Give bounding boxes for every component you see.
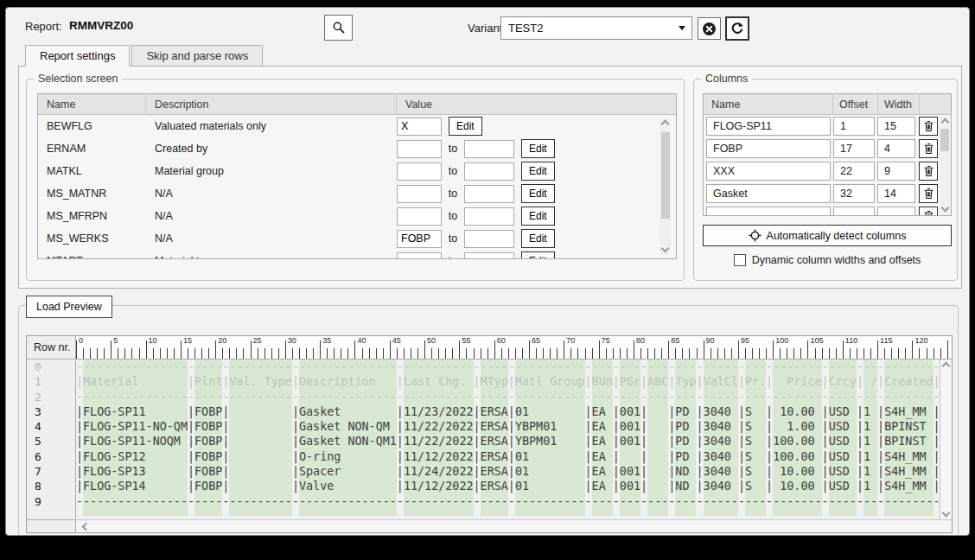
column-name-cell[interactable]: Gasket [706, 184, 831, 203]
to-label: to [442, 165, 464, 177]
value-from-input[interactable] [397, 252, 442, 260]
edit-button[interactable]: Edit [521, 229, 555, 248]
scroll-up-icon[interactable] [661, 120, 670, 129]
value-from-input[interactable] [397, 185, 442, 203]
delete-column-button[interactable] [919, 162, 938, 181]
ruler-tick [313, 348, 314, 359]
column-width-cell[interactable]: 14 [877, 184, 915, 203]
column-width-cell[interactable]: 15 [877, 117, 915, 136]
value-from-input[interactable] [397, 230, 442, 248]
delete-column-button[interactable] [919, 184, 938, 203]
param-name: BEWFLG [38, 120, 146, 132]
tab-report-settings[interactable]: Report settings [25, 45, 130, 67]
selection-vertical-scrollbar[interactable] [660, 118, 671, 255]
column-offset-cell[interactable]: 22 [833, 162, 875, 181]
value-from-input[interactable] [397, 207, 442, 226]
variant-combobox[interactable] [500, 16, 692, 40]
ruler-label: 80 [636, 336, 645, 345]
column-name-cell[interactable]: XXX [706, 162, 831, 181]
scroll-left-icon[interactable] [82, 523, 91, 531]
ruler-tick [459, 340, 460, 359]
column-name-cell[interactable] [706, 207, 831, 216]
preview-vertical-scrollbar[interactable] [940, 360, 952, 519]
refresh-variant-button[interactable] [725, 16, 749, 41]
column-offset-cell[interactable] [833, 207, 875, 216]
combobox-dropdown-arrow[interactable] [672, 17, 691, 39]
selection-row: ERNAMCreated bytoEdit [38, 137, 676, 160]
ruler-tick [891, 348, 892, 359]
preview-horizontal-scrollbar[interactable] [76, 519, 952, 532]
ruler-tick [884, 348, 885, 359]
selection-table-body: BEWFLGValuated materials onlyEditERNAMCr… [38, 115, 676, 259]
auto-detect-columns-button[interactable]: Automatically detect columns [703, 225, 952, 246]
value-to-input[interactable] [464, 140, 514, 158]
edit-button[interactable]: Edit [521, 251, 555, 259]
variant-input[interactable] [501, 22, 672, 35]
delete-column-button[interactable] [919, 117, 938, 136]
delete-column-button[interactable] [919, 139, 938, 158]
ruler-label: 105 [810, 336, 823, 345]
column-offset-cell[interactable]: 32 [833, 184, 875, 203]
scroll-down-icon[interactable] [942, 509, 951, 518]
ruler-tick [689, 348, 690, 359]
column-width-cell[interactable] [877, 207, 915, 216]
scrollbar-thumb[interactable] [940, 129, 949, 151]
ruler-tick [474, 348, 475, 359]
edit-button[interactable]: Edit [449, 117, 482, 136]
preview-line: ----------------------------------------… [76, 494, 940, 509]
ruler-tick [634, 340, 634, 359]
value-from-input[interactable] [397, 118, 442, 136]
dynamic-widths-checkbox[interactable] [734, 254, 746, 266]
edit-button[interactable]: Edit [521, 207, 555, 226]
ruler-tick [501, 348, 502, 359]
ruler-tick [397, 348, 398, 359]
scrollbar-thumb[interactable] [661, 132, 670, 219]
column-name-cell[interactable]: FLOG-SP11 [706, 117, 831, 136]
clear-variant-button[interactable] [698, 17, 721, 40]
column-width-cell[interactable]: 9 [877, 162, 915, 181]
value-to-input[interactable] [464, 230, 514, 248]
ruler-tick [124, 348, 125, 359]
ruler-tick [752, 348, 753, 359]
edit-button[interactable]: Edit [521, 139, 555, 158]
columns-vertical-scrollbar[interactable] [940, 117, 950, 214]
param-name: MTART [38, 255, 146, 259]
delete-column-button[interactable] [919, 207, 938, 216]
tab-skip-and-parse-rows[interactable]: Skip and parse rows [131, 45, 263, 67]
value-from-input[interactable] [397, 140, 442, 158]
search-report-button[interactable] [324, 15, 353, 41]
preview-line: |FLOG-SP11-NO-QM|FOBP| |Gasket NON-QM |1… [76, 419, 940, 434]
value-to-input[interactable] [464, 207, 514, 226]
scroll-up-icon[interactable] [941, 118, 950, 127]
scroll-up-icon[interactable] [942, 362, 951, 371]
ruler-tick [264, 348, 265, 359]
value-to-input[interactable] [464, 162, 514, 181]
ruler-tick [564, 340, 564, 359]
ruler-label: 20 [218, 336, 226, 345]
value-from-input[interactable] [397, 162, 442, 181]
param-name: MS_WERKS [38, 232, 146, 245]
column-name-cell[interactable]: FOBP [706, 139, 831, 158]
ruler-tick [647, 348, 648, 359]
edit-button[interactable]: Edit [521, 184, 555, 203]
ruler-label: 115 [880, 336, 892, 345]
ruler-tick [104, 348, 105, 359]
load-preview-button[interactable]: Load Preview [26, 296, 112, 318]
column-width-cell[interactable]: 4 [877, 139, 915, 158]
ruler-tick [83, 348, 84, 359]
ruler-tick [188, 348, 188, 359]
header-width: Width [878, 94, 920, 114]
scroll-down-icon[interactable] [941, 204, 950, 213]
ruler-label: 25 [253, 336, 262, 345]
value-to-input[interactable] [464, 185, 514, 203]
edit-button[interactable]: Edit [521, 162, 555, 181]
selection-screen-groupbox: Selection screen Name Description Value … [26, 79, 685, 281]
preview-content: ----------------------------------------… [76, 360, 940, 519]
column-offset-cell[interactable]: 17 [833, 139, 875, 158]
selection-row: MS_WERKSN/AtoEdit [38, 227, 676, 250]
ruler-tick [327, 348, 328, 359]
value-to-input[interactable] [464, 252, 514, 260]
scroll-down-icon[interactable] [661, 245, 670, 253]
ruler-tick [258, 348, 258, 359]
column-offset-cell[interactable]: 1 [833, 117, 875, 136]
